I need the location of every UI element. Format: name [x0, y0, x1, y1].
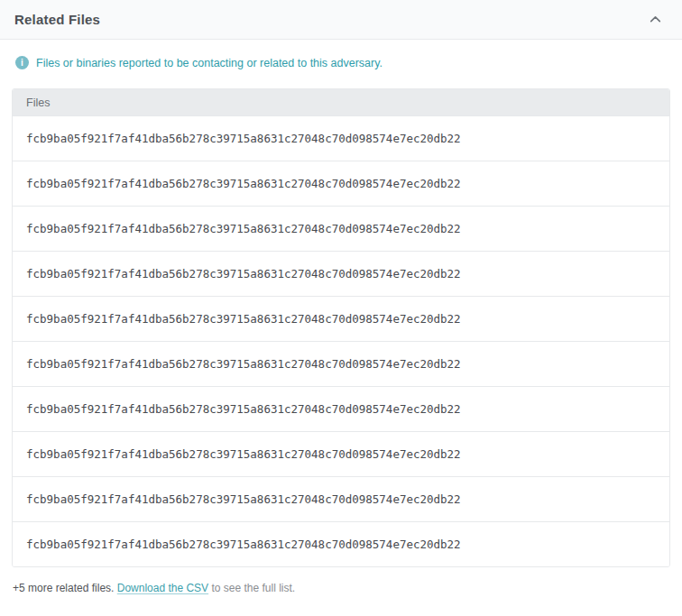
info-note: i Files or binaries reported to be conta… — [15, 56, 670, 69]
table-header: Files — [13, 89, 669, 115]
collapse-button[interactable] — [645, 9, 666, 30]
file-hash: fcb9ba05f921f7af41dba56b278c39715a8631c2… — [26, 132, 461, 145]
info-icon: i — [15, 56, 29, 69]
table-row: fcb9ba05f921f7af41dba56b278c39715a8631c2… — [13, 251, 669, 296]
panel-content: i Files or binaries reported to be conta… — [0, 56, 682, 594]
download-csv-link[interactable]: Download the CSV — [117, 582, 208, 594]
table-row: fcb9ba05f921f7af41dba56b278c39715a8631c2… — [13, 161, 669, 206]
table-row: fcb9ba05f921f7af41dba56b278c39715a8631c2… — [13, 521, 669, 566]
file-hash: fcb9ba05f921f7af41dba56b278c39715a8631c2… — [26, 492, 461, 506]
table-row: fcb9ba05f921f7af41dba56b278c39715a8631c2… — [13, 431, 669, 476]
table-row: fcb9ba05f921f7af41dba56b278c39715a8631c2… — [13, 476, 669, 521]
file-hash: fcb9ba05f921f7af41dba56b278c39715a8631c2… — [26, 267, 461, 280]
file-hash: fcb9ba05f921f7af41dba56b278c39715a8631c2… — [26, 312, 461, 326]
panel-header[interactable]: Related Files — [0, 0, 682, 40]
file-hash: fcb9ba05f921f7af41dba56b278c39715a8631c2… — [26, 402, 461, 416]
table-row: fcb9ba05f921f7af41dba56b278c39715a8631c2… — [13, 115, 669, 161]
info-note-text: Files or binaries reported to be contact… — [36, 57, 382, 69]
table-row: fcb9ba05f921f7af41dba56b278c39715a8631c2… — [13, 206, 669, 251]
files-table: Files fcb9ba05f921f7af41dba56b278c39715a… — [12, 88, 670, 567]
file-hash: fcb9ba05f921f7af41dba56b278c39715a8631c2… — [26, 357, 461, 371]
table-row: fcb9ba05f921f7af41dba56b278c39715a8631c2… — [13, 386, 669, 431]
footer-suffix: to see the full list. — [211, 582, 295, 594]
file-hash: fcb9ba05f921f7af41dba56b278c39715a8631c2… — [26, 222, 461, 235]
file-hash: fcb9ba05f921f7af41dba56b278c39715a8631c2… — [26, 538, 461, 551]
table-row: fcb9ba05f921f7af41dba56b278c39715a8631c2… — [13, 296, 669, 341]
file-hash: fcb9ba05f921f7af41dba56b278c39715a8631c2… — [26, 447, 461, 461]
file-hash: fcb9ba05f921f7af41dba56b278c39715a8631c2… — [26, 177, 461, 190]
panel-title: Related Files — [14, 12, 100, 27]
table-row: fcb9ba05f921f7af41dba56b278c39715a8631c2… — [13, 341, 669, 386]
table-header-label: Files — [26, 97, 50, 109]
footer-more-count: +5 more related files. — [13, 582, 114, 594]
footer-note: +5 more related files. Download the CSV … — [13, 582, 670, 594]
chevron-up-icon — [649, 13, 662, 26]
